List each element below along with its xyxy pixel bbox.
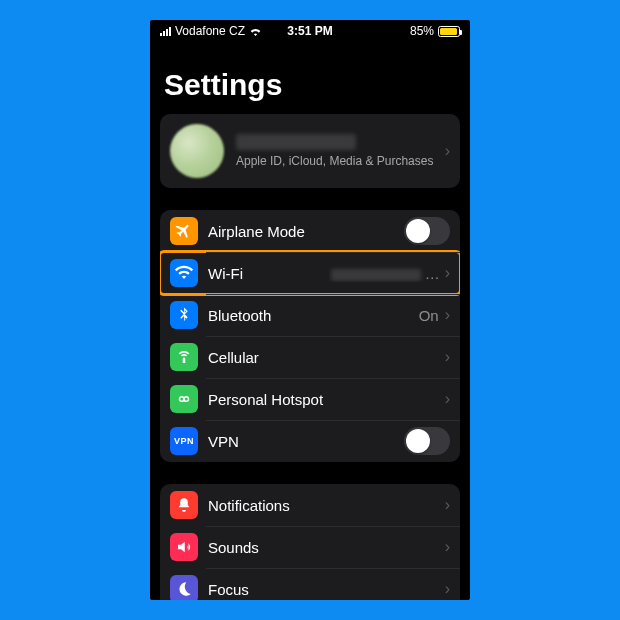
focus-icon: [170, 575, 198, 600]
clock: 3:51 PM: [150, 24, 470, 38]
apple-id-row[interactable]: Apple ID, iCloud, Media & Purchases ›: [160, 114, 460, 188]
vpn-toggle[interactable]: [404, 427, 450, 455]
bluetooth-icon: [170, 301, 198, 329]
hotspot-row[interactable]: Personal Hotspot ›: [160, 378, 460, 420]
hotspot-icon: [170, 385, 198, 413]
airplane-icon: [170, 217, 198, 245]
profile-group: Apple ID, iCloud, Media & Purchases ›: [160, 114, 460, 188]
vpn-label: VPN: [208, 433, 404, 450]
sounds-row[interactable]: Sounds ›: [160, 526, 460, 568]
page-title: Settings: [164, 68, 456, 102]
bluetooth-label: Bluetooth: [208, 307, 419, 324]
notifications-row[interactable]: Notifications ›: [160, 484, 460, 526]
profile-subtitle: Apple ID, iCloud, Media & Purchases: [236, 154, 445, 169]
notifications-group: Notifications › Sounds › Focus ›: [160, 484, 460, 600]
wifi-network-redacted: [331, 269, 421, 281]
wifi-icon: [170, 259, 198, 287]
status-bar: Vodafone CZ 3:51 PM 85%: [150, 20, 470, 42]
bluetooth-value: On: [419, 307, 439, 324]
avatar: [170, 124, 224, 178]
chevron-right-icon: ›: [445, 348, 450, 366]
bluetooth-row[interactable]: Bluetooth On ›: [160, 294, 460, 336]
wifi-row[interactable]: Wi-Fi -o… ›: [160, 252, 460, 294]
cellular-label: Cellular: [208, 349, 445, 366]
battery-icon: [438, 26, 460, 37]
chevron-right-icon: ›: [445, 142, 450, 160]
airplane-toggle[interactable]: [404, 217, 450, 245]
chevron-right-icon: ›: [445, 538, 450, 556]
chevron-right-icon: ›: [445, 390, 450, 408]
cellular-row[interactable]: Cellular ›: [160, 336, 460, 378]
connectivity-group: Airplane Mode Wi-Fi -o… › Bluetooth On: [160, 210, 460, 462]
wifi-value: -o…: [329, 265, 439, 282]
sounds-label: Sounds: [208, 539, 445, 556]
chevron-right-icon: ›: [445, 306, 450, 324]
settings-scroll[interactable]: Settings Apple ID, iCloud, Media & Purch…: [150, 42, 470, 600]
wifi-label: Wi-Fi: [208, 265, 329, 282]
chevron-right-icon: ›: [445, 580, 450, 598]
airplane-mode-row[interactable]: Airplane Mode: [160, 210, 460, 252]
chevron-right-icon: ›: [445, 264, 450, 282]
vpn-row[interactable]: VPN VPN: [160, 420, 460, 462]
sounds-icon: [170, 533, 198, 561]
chevron-right-icon: ›: [445, 496, 450, 514]
phone-frame: Vodafone CZ 3:51 PM 85% Settings Apple I…: [150, 20, 470, 600]
profile-name-redacted: [236, 134, 356, 150]
hotspot-label: Personal Hotspot: [208, 391, 445, 408]
focus-row[interactable]: Focus ›: [160, 568, 460, 600]
notifications-label: Notifications: [208, 497, 445, 514]
cellular-icon: [170, 343, 198, 371]
airplane-label: Airplane Mode: [208, 223, 404, 240]
vpn-icon: VPN: [170, 427, 198, 455]
notifications-icon: [170, 491, 198, 519]
focus-label: Focus: [208, 581, 445, 598]
